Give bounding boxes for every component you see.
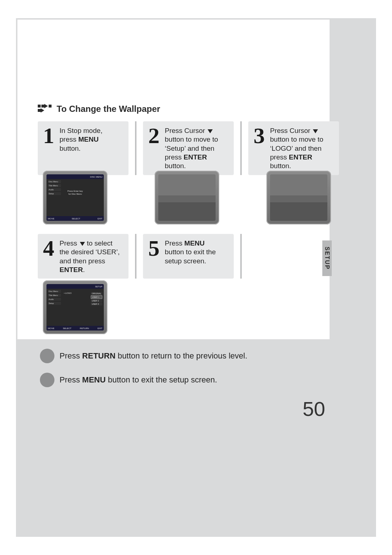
- tv-screenshot-3: [266, 171, 331, 224]
- heading-text: To Change the Wallpaper: [57, 104, 160, 114]
- bullet-icon: [40, 349, 54, 363]
- steps-row-2: 4 Press to select the desired ‘USER’, an…: [38, 234, 242, 279]
- screenshots-row-2: SETUP Disc Menu Title Menu Audio Setup •…: [43, 280, 107, 334]
- step-2: 2 Press Cursor button to move to ‘Setup’…: [143, 121, 234, 175]
- tv-screenshot-2: [155, 171, 219, 224]
- down-arrow-icon: [313, 129, 318, 133]
- step-separator: [240, 234, 242, 279]
- step-separator: [135, 121, 136, 175]
- menu-label: MENU: [78, 135, 99, 143]
- step-text: Press Cursor button to move to ‘Setup’ a…: [165, 126, 229, 171]
- step-4: 4 Press to select the desired ‘USER’, an…: [38, 234, 128, 279]
- heading-icon: [38, 105, 52, 113]
- photo-screen: [158, 174, 216, 221]
- notes-block: Press RETURN button to return to the pre…: [40, 349, 330, 387]
- step-number: 2: [146, 126, 162, 146]
- osd-screen: DISC MENU Disc Menu Title Menu Audio Set…: [46, 174, 104, 221]
- note-text: Press MENU button to exit the setup scre…: [60, 375, 217, 385]
- section-tab-label: SETUP: [324, 247, 330, 270]
- step-number: 3: [251, 126, 267, 146]
- step-number: 5: [146, 238, 162, 259]
- step-number: 1: [41, 126, 57, 146]
- steps-row-1: 1 In Stop mode, press MENU button. 2 Pre…: [38, 121, 339, 175]
- step-5: 5 Press MENU button to exit the setup sc…: [143, 234, 234, 279]
- bullet-icon: [40, 373, 54, 387]
- note-item: Press RETURN button to return to the pre…: [40, 349, 330, 363]
- step-text: Press MENU button to exit the setup scre…: [165, 238, 216, 266]
- down-arrow-icon: [80, 242, 85, 246]
- section-tab-setup: SETUP: [322, 240, 332, 276]
- tv-screenshot-4: SETUP Disc Menu Title Menu Audio Setup •…: [43, 280, 107, 334]
- down-arrow-icon: [208, 129, 213, 133]
- step-text: In Stop mode, press MENU button.: [60, 126, 102, 153]
- photo-screen: [270, 174, 327, 221]
- screenshots-row-1: DISC MENU Disc Menu Title Menu Audio Set…: [43, 171, 331, 224]
- manual-page: To Change the Wallpaper 1 In Stop mode, …: [16, 18, 376, 537]
- step-1: 1 In Stop mode, press MENU button.: [38, 121, 128, 175]
- content-area: To Change the Wallpaper 1 In Stop mode, …: [17, 20, 330, 339]
- osd-screen: SETUP Disc Menu Title Menu Audio Setup •…: [46, 284, 104, 331]
- step-text: Press Cursor button to move to ‘LOGO’ an…: [270, 126, 335, 171]
- step-text: Press to select the desired ‘USER’, and …: [60, 238, 120, 274]
- section-heading: To Change the Wallpaper: [38, 104, 160, 114]
- step-separator: [135, 234, 136, 279]
- tv-screenshot-1: DISC MENU Disc Menu Title Menu Audio Set…: [43, 171, 107, 224]
- note-item: Press MENU button to exit the setup scre…: [40, 373, 330, 387]
- step-separator: [240, 121, 242, 175]
- step-3: 3 Press Cursor button to move to ‘LOGO’ …: [248, 121, 339, 175]
- note-text: Press RETURN button to return to the pre…: [60, 351, 247, 361]
- step-number: 4: [41, 238, 57, 259]
- page-number: 50: [303, 397, 325, 421]
